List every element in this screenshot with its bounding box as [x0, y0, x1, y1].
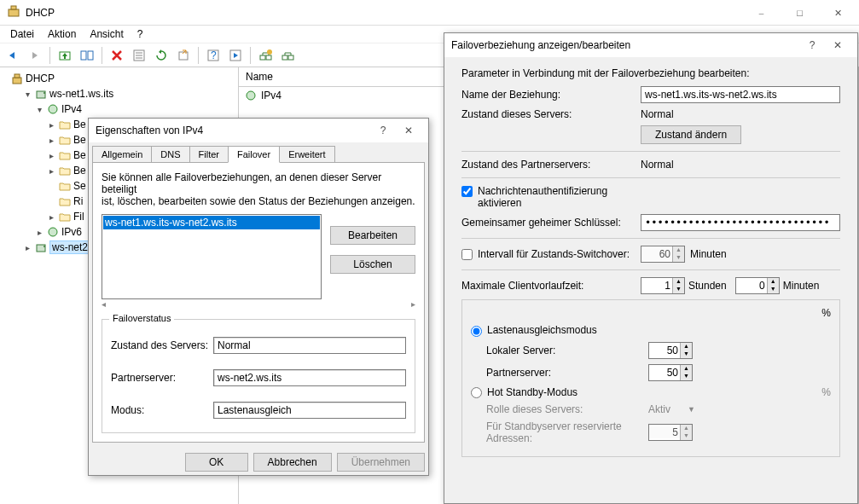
switchover-interval: ▲▼: [641, 246, 685, 263]
up-icon[interactable]: [55, 46, 74, 65]
reserved-addresses: ▲▼: [648, 424, 693, 441]
shared-key-input[interactable]: [641, 214, 840, 231]
dhcp-icon: [10, 72, 24, 85]
folder-icon: [58, 164, 72, 177]
svg-rect-14: [266, 55, 271, 60]
server-icon: [34, 240, 48, 254]
mclt-minutes[interactable]: ▲▼: [735, 277, 780, 294]
ipv4-properties-dialog: Eigenschaften von IPv4 ? ✕ Allgemein DNS…: [88, 118, 429, 476]
failover-list-item[interactable]: ws-net1.ws.its-ws-net2.ws.its: [103, 216, 320, 229]
failover-list[interactable]: ws-net1.ws.its-ws-net2.ws.its: [102, 214, 322, 299]
svg-point-18: [267, 49, 272, 55]
folder-icon: [58, 133, 72, 147]
menu-view[interactable]: Ansicht: [84, 26, 128, 42]
hotstandby-radio[interactable]: Hot Standby-Modus: [471, 386, 578, 398]
svg-point-31: [44, 246, 45, 247]
dhcp-app-icon: [7, 4, 20, 20]
server-icon: [34, 87, 48, 101]
menu-file[interactable]: Datei: [5, 26, 39, 42]
help-icon[interactable]: ?: [370, 125, 396, 136]
folder-icon: [58, 148, 72, 162]
help-icon[interactable]: ?: [799, 39, 825, 51]
tab-filter[interactable]: Filter: [189, 146, 229, 163]
partner-server: ws-net2.ws.its: [213, 369, 406, 386]
tab-dns[interactable]: DNS: [151, 146, 189, 163]
change-state-button[interactable]: Zustand ändern: [641, 125, 741, 144]
refresh-icon[interactable]: [152, 46, 171, 65]
switchover-interval-checkbox[interactable]: Intervall für Zustands-Switchover:: [461, 248, 641, 260]
failover-status-group: Failoverstatus Zustand des Servers:Norma…: [102, 319, 415, 433]
help-icon[interactable]: ?: [204, 46, 223, 65]
local-server-pct[interactable]: ▲▼: [648, 342, 693, 359]
server-state: Normal: [213, 337, 406, 354]
app-title: DHCP: [26, 7, 742, 19]
folder-icon: [58, 118, 72, 131]
close-icon[interactable]: ✕: [825, 39, 850, 51]
svg-rect-0: [9, 9, 19, 16]
delete-icon[interactable]: [107, 46, 126, 65]
intro-text: Sie können alle Failoverbeziehungen, an …: [102, 171, 415, 207]
delete-button[interactable]: Löschen: [330, 255, 415, 274]
close-icon[interactable]: ✕: [396, 125, 421, 136]
menu-action[interactable]: Aktion: [43, 26, 81, 42]
net-icon[interactable]: [278, 46, 297, 65]
dialog-title: Failoverbeziehung anzeigen/bearbeiten: [451, 39, 799, 51]
svg-point-32: [247, 91, 255, 100]
partner-server-pct[interactable]: ▲▼: [648, 364, 693, 381]
edit-button[interactable]: Bearbeiten: [330, 226, 415, 245]
properties-icon[interactable]: [78, 46, 96, 65]
list-icon[interactable]: [130, 46, 148, 65]
play-icon[interactable]: [226, 46, 245, 65]
svg-rect-19: [282, 55, 287, 60]
svg-text:?: ?: [211, 49, 217, 61]
loadbalance-radio[interactable]: Lastenausgleichsmodus: [471, 324, 597, 336]
tree-ipv4[interactable]: ▾IPv4: [3, 101, 238, 117]
intro-text: Parameter in Verbindung mit der Failover…: [461, 67, 840, 79]
svg-rect-13: [260, 55, 265, 60]
menu-help[interactable]: ?: [132, 26, 148, 42]
mclt-hours[interactable]: ▲▼: [641, 277, 685, 294]
this-server-state: Normal: [641, 108, 840, 120]
svg-point-28: [49, 105, 57, 113]
ipv6-icon: [46, 225, 60, 239]
titlebar: DHCP – □ ✕: [0, 0, 859, 26]
apply-button[interactable]: Übernehmen: [337, 453, 425, 472]
relation-name: ws-net1.ws.its-ws-net2.ws.its: [641, 86, 840, 103]
back-icon[interactable]: [3, 46, 22, 65]
ok-button[interactable]: OK: [185, 453, 248, 472]
folder-icon: [58, 179, 72, 193]
tab-failover[interactable]: Failover: [228, 146, 280, 163]
net-add-icon[interactable]: [256, 46, 275, 65]
forward-icon[interactable]: [26, 46, 44, 65]
folder-icon: [58, 210, 72, 223]
export-icon[interactable]: [174, 46, 193, 65]
folder-icon: [58, 194, 72, 208]
ipv4-icon: [244, 89, 258, 102]
svg-point-27: [44, 92, 45, 94]
ipv4-icon: [46, 102, 60, 116]
svg-rect-1: [11, 6, 16, 9]
svg-rect-25: [15, 74, 20, 78]
svg-rect-4: [88, 51, 93, 60]
tree-server1[interactable]: ▾ws-net1.ws.its: [3, 86, 238, 101]
svg-rect-24: [13, 78, 21, 84]
auth-checkbox[interactable]: Nachrichtenauthentifizierungaktivieren: [461, 185, 607, 209]
tree-root[interactable]: DHCP: [3, 71, 238, 86]
mode: Lastenausgleich: [213, 402, 406, 419]
svg-point-29: [49, 228, 57, 236]
dialog-title: Eigenschaften von IPv4: [96, 125, 370, 136]
svg-rect-20: [288, 55, 293, 60]
svg-rect-3: [81, 51, 86, 60]
failover-edit-dialog: Failoverbeziehung anzeigen/bearbeiten ? …: [444, 32, 858, 504]
close-button[interactable]: ✕: [819, 1, 857, 25]
partner-state: Normal: [641, 159, 674, 171]
tabstrip: Allgemein DNS Filter Failover Erweitert: [89, 142, 428, 163]
tab-general[interactable]: Allgemein: [92, 146, 152, 163]
tab-advanced[interactable]: Erweitert: [279, 146, 334, 163]
cancel-button[interactable]: Abbrechen: [253, 453, 332, 472]
minimize-button[interactable]: –: [742, 1, 781, 25]
maximize-button[interactable]: □: [781, 1, 819, 25]
